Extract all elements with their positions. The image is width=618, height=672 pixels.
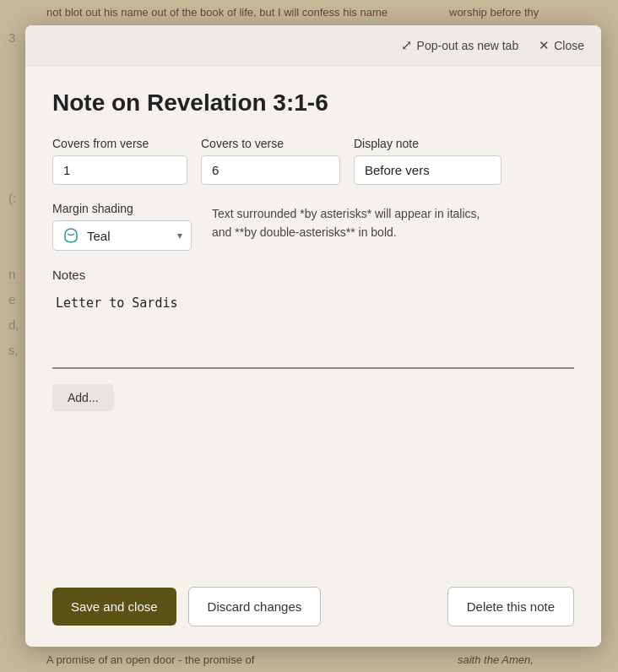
add-button[interactable]: Add... xyxy=(52,384,114,411)
teal-color-label: Teal xyxy=(87,229,171,243)
verse-range-row: Covers from verse 1 2 3 4 5 6 Covers to … xyxy=(52,137,574,185)
teal-select[interactable]: Teal ▾ xyxy=(52,220,192,251)
formatting-hint: Text surrounded *by asterisks* will appe… xyxy=(212,202,499,241)
bg-text-top-left: not blot out his name out of the book of… xyxy=(46,4,441,21)
pop-out-label: Pop-out as new tab xyxy=(417,39,519,52)
modal-header: ⤢ Pop-out as new tab ✕ Close xyxy=(25,25,601,66)
covers-to-select-wrapper: 1 2 3 4 5 6 xyxy=(201,155,340,185)
covers-to-group: Covers to verse 1 2 3 4 5 6 xyxy=(201,137,340,185)
covers-from-label: Covers from verse xyxy=(52,137,187,150)
covers-from-select-wrapper: 1 2 3 4 5 6 xyxy=(52,155,187,185)
discard-changes-button[interactable]: Discard changes xyxy=(188,587,322,626)
teal-bucket-icon xyxy=(62,226,80,245)
notes-label: Notes xyxy=(52,268,574,282)
pop-out-button[interactable]: ⤢ Pop-out as new tab xyxy=(401,37,519,53)
covers-to-select[interactable]: 1 2 3 4 5 6 xyxy=(201,155,340,185)
close-label: Close xyxy=(554,39,584,52)
notes-section: Notes Letter to Sardis xyxy=(52,268,574,372)
teal-dropdown-arrow: ▾ xyxy=(177,230,182,241)
modal-dialog: ⤢ Pop-out as new tab ✕ Close Note on Rev… xyxy=(25,25,601,647)
note-title: Note on Revelation 3:1-6 xyxy=(52,89,574,117)
modal-body: Note on Revelation 3:1-6 Covers from ver… xyxy=(25,66,601,573)
margin-shading-group: Margin shading Teal ▾ xyxy=(52,202,192,251)
covers-to-label: Covers to verse xyxy=(201,137,340,150)
notes-textarea[interactable]: Letter to Sardis xyxy=(52,289,574,369)
covers-from-group: Covers from verse 1 2 3 4 5 6 xyxy=(52,137,187,185)
margin-shading-label: Margin shading xyxy=(52,202,192,215)
modal-footer: Save and close Discard changes Delete th… xyxy=(25,573,601,647)
display-note-label: Display note xyxy=(354,137,501,150)
display-note-select[interactable]: Before vers After verse In margin xyxy=(354,155,501,185)
pop-out-icon: ⤢ xyxy=(401,37,412,53)
close-icon: ✕ xyxy=(539,38,550,53)
margin-shading-row: Margin shading Teal ▾ Text surrounded *b… xyxy=(52,202,574,251)
close-button[interactable]: ✕ Close xyxy=(539,38,584,53)
covers-from-select[interactable]: 1 2 3 4 5 6 xyxy=(52,155,187,185)
bg-text-bottom-right: saith the Amen, xyxy=(458,652,614,669)
display-note-select-wrapper: Before vers After verse In margin xyxy=(354,155,501,185)
display-note-group: Display note Before vers After verse In … xyxy=(354,137,501,185)
delete-note-button[interactable]: Delete this note xyxy=(447,587,574,626)
save-and-close-button[interactable]: Save and close xyxy=(52,588,176,626)
bg-text-top-right: worship before thy xyxy=(449,4,614,21)
bg-text-bottom-left: A promise of an open door - the promise … xyxy=(46,652,432,669)
